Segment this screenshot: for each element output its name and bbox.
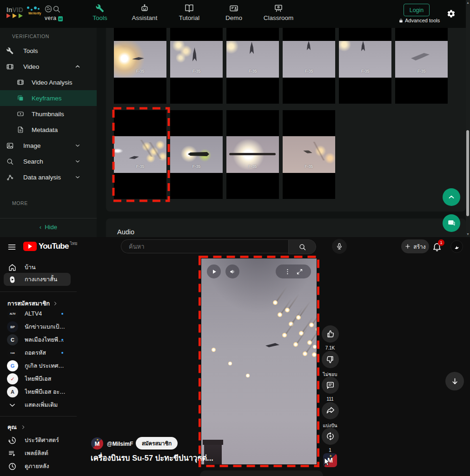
- nav-item-tools[interactable]: Tools: [84, 4, 116, 21]
- remix-icon[interactable]: [322, 428, 339, 445]
- next-short-button[interactable]: [445, 372, 464, 390]
- keyframe-tile[interactable]: F-35: [226, 110, 279, 199]
- channel-avatar: C: [7, 334, 18, 345]
- scrollbar-down-arrow[interactable]: ▼: [466, 232, 470, 236]
- invid-logo[interactable]: InVID: [7, 6, 23, 14]
- volume-button[interactable]: [225, 264, 239, 278]
- channel-item[interactable]: BPนักข่าวแบกเป้ ThaiP...: [0, 320, 74, 333]
- thumb-up-icon[interactable]: [322, 325, 339, 343]
- keyframe-tile[interactable]: F-35: [339, 28, 391, 104]
- keyframe-caption: F-35: [114, 69, 166, 73]
- channel-item[interactable]: Gกูเกิล ประเทศไทย: [0, 359, 74, 372]
- channel-item[interactable]: Aไทยพีบีเอส อะคาเดมี: [0, 385, 74, 398]
- share-icon[interactable]: [322, 402, 339, 419]
- channel-name: ถอดรหัส: [25, 348, 46, 357]
- sidebar-item-tools[interactable]: Tools: [0, 43, 97, 59]
- remix-button[interactable]: 1: [321, 428, 339, 453]
- search-input[interactable]: [121, 239, 288, 253]
- fullscreen-icon[interactable]: [296, 268, 303, 275]
- voice-search-button[interactable]: [332, 239, 347, 254]
- login-button[interactable]: Login: [404, 4, 430, 16]
- more-section-label: MORE: [12, 200, 28, 206]
- scrollbar-thumb[interactable]: [466, 130, 469, 216]
- scroll-to-top-button[interactable]: [443, 188, 460, 206]
- sidebar-item-shorts[interactable]: กางเกงขาสั้น: [0, 273, 74, 286]
- scrollbar-up-arrow[interactable]: ▲: [466, 0, 470, 5]
- keyframe-caption: F-35: [395, 69, 448, 73]
- nav-item-classroom[interactable]: Classroom: [262, 4, 295, 21]
- sidebar-item-search[interactable]: Search: [0, 153, 97, 169]
- create-label: สร้าง: [413, 242, 425, 251]
- more-options-icon[interactable]: [284, 268, 291, 275]
- account-avatar[interactable]: [450, 240, 463, 253]
- comment-icon[interactable]: [322, 377, 339, 394]
- channel-avatar[interactable]: M★: [91, 437, 103, 450]
- notifications-button[interactable]: 1: [432, 241, 444, 253]
- sidebar-item-metadata[interactable]: Metadata: [0, 122, 97, 138]
- sidebar-item-video[interactable]: Video: [0, 59, 97, 74]
- keyframe-tile[interactable]: F-35: [170, 110, 223, 199]
- doc-icon: [17, 126, 24, 133]
- keyframe-tile[interactable]: F-35: [114, 28, 166, 104]
- sidebar-you-header[interactable]: คุณ: [0, 421, 74, 434]
- keyframe-tile[interactable]: F-35: [395, 28, 448, 104]
- create-button[interactable]: สร้าง: [401, 239, 429, 253]
- like-button[interactable]: 7.1K: [321, 325, 339, 350]
- play-button[interactable]: [207, 264, 221, 278]
- sidebar-item-home[interactable]: บ้าน: [0, 261, 74, 274]
- channel-item[interactable]: Cพลเมืองไทยพีบีเอส: [0, 333, 74, 346]
- sidebar-item-image[interactable]: Image: [0, 138, 97, 153]
- keyframe-image: F-35: [395, 41, 448, 78]
- share-button[interactable]: แบ่งปัน: [321, 402, 339, 429]
- player-menu-pill[interactable]: [276, 264, 311, 278]
- gear-icon[interactable]: [447, 9, 456, 18]
- wrench-icon: [95, 4, 105, 13]
- sidebar-item-history[interactable]: ประวัติศาสตร์: [0, 434, 74, 447]
- thumb-down-icon[interactable]: [322, 351, 339, 368]
- book-icon: [185, 4, 194, 13]
- sidebar-item-watch-later[interactable]: ดูภายหลัง: [0, 460, 74, 473]
- keyframe-tile[interactable]: F-35: [170, 28, 223, 104]
- advanced-tools-toggle[interactable]: Advanced tools: [398, 18, 440, 23]
- audio-section-title: Audio: [117, 228, 134, 236]
- keyframe-tile-selected[interactable]: F-35: [114, 110, 166, 199]
- channel-handle[interactable]: @MilsimF: [107, 441, 133, 447]
- sidebar-item-keyframes[interactable]: Keyframes: [0, 90, 97, 106]
- search-button[interactable]: [288, 239, 316, 254]
- channel-item[interactable]: ✓ไทยพีบีเอส: [0, 372, 74, 385]
- keyframe-caption: F-35: [170, 69, 223, 73]
- hamburger-menu-icon[interactable]: [7, 243, 16, 251]
- lock-icon: [398, 18, 404, 23]
- nav-item-tutorial[interactable]: Tutorial: [173, 4, 205, 21]
- playbox-icon: [17, 110, 24, 118]
- vera-logo-text: vera: [45, 15, 56, 21]
- next-short-preview[interactable]: [200, 470, 323, 476]
- vera-ai-logo[interactable]: vera ai: [44, 5, 72, 23]
- sidebar-item-video-analysis[interactable]: Video Analysis: [0, 74, 97, 90]
- scrollbar[interactable]: ▲ ▼: [466, 0, 470, 237]
- sidebar-item-thumbnails[interactable]: Thumbnails: [0, 106, 97, 122]
- nav-item-assistant[interactable]: Assistant: [128, 4, 161, 21]
- hide-sidebar-button[interactable]: ‹ Hide: [0, 224, 97, 231]
- sidebar-item-data-analysis[interactable]: Data analysis: [0, 169, 97, 185]
- comments-button[interactable]: 111: [321, 377, 339, 402]
- nav-item-demo[interactable]: Demo: [218, 4, 250, 21]
- channel-item[interactable]: ALTVALTV4: [0, 307, 74, 320]
- sidebar-item-label: Keyframes: [32, 95, 62, 102]
- youtube-logo[interactable]: YouTube ไทย: [23, 242, 77, 251]
- dislike-button[interactable]: ไม่ชอบ: [321, 351, 339, 378]
- audio-section-card[interactable]: Audio: [106, 218, 466, 237]
- home-icon: [8, 263, 17, 272]
- channel-item[interactable]: ถอดถอดรหัส: [0, 346, 74, 359]
- shorts-video-player[interactable]: [201, 258, 317, 464]
- chat-assistant-button[interactable]: [443, 214, 460, 232]
- subscribe-button[interactable]: สมัครสมาชิก: [136, 437, 178, 450]
- weverify-logo[interactable]: WeVerify: [26, 6, 42, 21]
- nav-item-label: Tutorial: [179, 14, 200, 21]
- youtube-app-section: YouTube ไทย สร้าง 1 บ้าน: [0, 237, 470, 476]
- keyframe-tile[interactable]: F-35: [226, 28, 279, 104]
- sidebar-item-playlists[interactable]: เพลย์ลิสต์: [0, 447, 74, 460]
- keyframe-tile[interactable]: F-35: [283, 110, 335, 199]
- keyframe-tile[interactable]: F-35: [283, 28, 335, 104]
- sidebar-item-show-more[interactable]: แสดงเพิ่มเติม: [0, 398, 74, 411]
